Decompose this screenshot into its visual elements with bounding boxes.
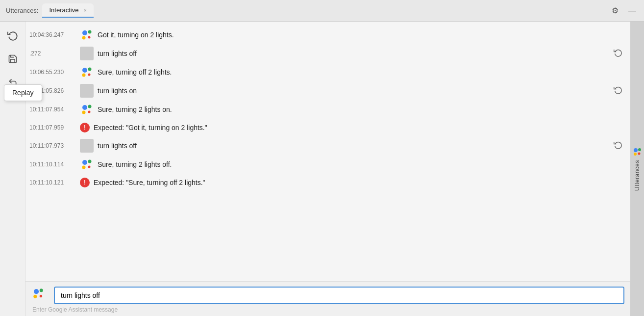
title-bar: Utterances: Interactive × ⚙ —: [0, 0, 644, 22]
tab-interactive[interactable]: Interactive ×: [42, 3, 93, 18]
replay-button[interactable]: [612, 139, 624, 152]
svg-point-23: [638, 153, 641, 155]
svg-point-9: [88, 105, 92, 108]
svg-point-19: [40, 295, 42, 297]
timestamp: 10:11:10.114: [29, 161, 76, 168]
utterance-text: Sure, turning 2 lights on.: [98, 105, 624, 113]
user-avatar: [80, 84, 94, 98]
replay-button[interactable]: [612, 84, 624, 97]
svg-point-22: [634, 153, 637, 156]
svg-point-14: [82, 166, 86, 169]
svg-point-10: [82, 111, 86, 114]
svg-point-11: [88, 111, 91, 113]
assistant-avatar: [80, 158, 94, 171]
timestamp: .272: [29, 50, 76, 57]
svg-point-6: [82, 74, 86, 77]
svg-point-7: [88, 74, 91, 76]
utterance-text: Sure, turning off 2 lights.: [98, 68, 624, 76]
assistant-avatar: [80, 103, 94, 116]
utterance-text: Expected: "Got it, turning on 2 lights.": [94, 124, 624, 132]
right-tab-label: Utterances: [634, 160, 641, 191]
utterance-row: .272 turn lights off: [25, 44, 630, 63]
utterance-row: 10:11:07.954 Sure, turning 2 lights on.: [25, 100, 630, 119]
svg-point-3: [88, 36, 91, 39]
title-bar-actions: ⚙ —: [610, 5, 638, 16]
right-utterances-tab[interactable]: Utterances: [630, 22, 644, 316]
timestamp: 10:11:07.973: [29, 142, 76, 149]
utterances-label: Utterances:: [6, 7, 38, 14]
svg-point-20: [634, 148, 638, 152]
tab-label: Interactive: [49, 6, 78, 14]
svg-point-8: [82, 105, 87, 110]
utterance-row: 10:11:07.973 turn lights off: [25, 136, 630, 155]
utterance-row: 10:11:10.114 Sure, turning 2 lights off.: [25, 155, 630, 174]
svg-point-21: [638, 148, 641, 151]
svg-point-5: [88, 68, 92, 71]
utterance-text: turn lights off: [98, 50, 606, 57]
svg-point-18: [33, 295, 37, 298]
svg-point-13: [88, 160, 92, 163]
timestamp: 10:04:36.247: [29, 31, 76, 38]
minimize-button[interactable]: —: [626, 5, 638, 16]
settings-button[interactable]: ⚙: [610, 5, 620, 16]
utterance-row: 10:11:10.121 ! Expected: "Sure, turning …: [25, 174, 630, 191]
utterance-text: turn lights off: [98, 142, 606, 150]
svg-point-17: [40, 289, 43, 292]
user-avatar: [80, 47, 94, 60]
user-avatar: [80, 139, 94, 153]
warning-icon: !: [80, 123, 90, 132]
svg-point-1: [88, 30, 92, 34]
input-hint: Enter Google Assistant message: [32, 306, 624, 313]
svg-point-12: [82, 160, 87, 165]
save-sidebar-button[interactable]: [5, 51, 21, 67]
tab-close-button[interactable]: ×: [83, 7, 86, 13]
message-input[interactable]: [54, 287, 624, 304]
assistant-avatar: [80, 65, 94, 79]
utterance-row: 10:11:05.826 turn lights on: [25, 81, 630, 100]
svg-point-0: [82, 30, 87, 35]
timestamp: 10:11:07.959: [29, 124, 76, 131]
svg-point-4: [82, 68, 87, 73]
sidebar: Replay: [0, 22, 25, 316]
utterance-text: Expected: "Sure, turning off 2 lights.": [94, 179, 624, 186]
utterances-list: 10:04:36.247 Got it, turning on 2 lights…: [25, 22, 630, 281]
input-field-container: [54, 287, 624, 304]
utterance-row: 10:04:36.247 Got it, turning on 2 lights…: [25, 26, 630, 44]
timestamp: 10:11:10.121: [29, 179, 76, 186]
timestamp: 10:11:07.954: [29, 106, 76, 113]
input-row: [31, 287, 624, 304]
replay-tooltip: Replay: [4, 84, 42, 101]
svg-point-16: [34, 289, 39, 294]
warning-icon: !: [80, 178, 90, 187]
assistant-avatar: [80, 28, 94, 42]
timestamp: 10:06:55.230: [29, 69, 76, 76]
replay-sidebar-button[interactable]: [5, 27, 21, 43]
input-assistant-avatar: [31, 287, 49, 304]
app-window: Utterances: Interactive × ⚙ — Replay: [0, 0, 644, 316]
utterance-text: Sure, turning 2 lights off.: [98, 160, 624, 168]
main-content: Replay 10:04:36.247: [0, 22, 644, 316]
replay-button[interactable]: [612, 47, 624, 60]
svg-point-15: [88, 166, 91, 168]
utterances-panel: 10:04:36.247 Got it, turning on 2 lights…: [25, 22, 630, 316]
right-tab-content: Utterances: [632, 146, 643, 191]
svg-point-2: [82, 36, 86, 40]
utterance-text: Got it, turning on 2 lights.: [98, 31, 624, 39]
input-area: Enter Google Assistant message: [25, 281, 630, 316]
utterance-row: 10:11:07.959 ! Expected: "Got it, turnin…: [25, 119, 630, 136]
utterance-text: turn lights on: [98, 87, 606, 95]
utterance-row: 10:06:55.230 Sure, turning off 2 lights.: [25, 63, 630, 81]
right-tab-ga-logo: [632, 146, 643, 157]
